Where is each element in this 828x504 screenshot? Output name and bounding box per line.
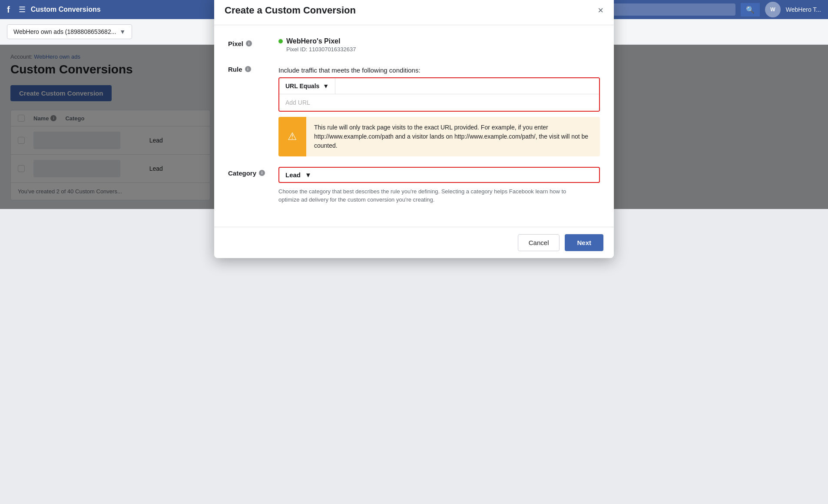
url-rule-top: URL Equals ▼ (279, 78, 599, 94)
hamburger-icon[interactable]: ☰ (19, 5, 26, 14)
modal-footer: Cancel Next (214, 227, 614, 258)
pixel-label: Pixel i (228, 37, 272, 47)
pixel-name-row: WebHero's Pixel (278, 37, 600, 45)
account-dropdown-text: WebHero own ads (1898808653682... (13, 28, 116, 35)
modal-header: Create a Custom Conversion × (214, 0, 614, 25)
pixel-name: WebHero's Pixel (286, 37, 340, 45)
category-row: Category i Lead ▼ Choose the category th… (228, 167, 600, 204)
modal-title: Create a Custom Conversion (225, 5, 356, 16)
category-selected-value: Lead (285, 171, 301, 179)
rule-row: Rule i Include traffic that meets the fo… (228, 63, 600, 156)
warning-text: This rule will only track page visits to… (306, 117, 600, 156)
warning-icon-col: ⚠ (278, 117, 306, 156)
modal-overlay: Create a Custom Conversion × Pixel i Web… (0, 45, 828, 209)
pixel-info: WebHero's Pixel Pixel ID: 11030701633263… (278, 37, 600, 53)
rule-label: Rule i (228, 63, 272, 73)
warning-icon: ⚠ (288, 130, 297, 143)
next-button[interactable]: Next (565, 234, 603, 251)
avatar: W (765, 2, 781, 17)
cancel-button[interactable]: Cancel (518, 234, 560, 251)
chevron-down-icon: ▼ (323, 83, 329, 90)
url-input[interactable] (335, 78, 599, 94)
warning-box: ⚠ This rule will only track page visits … (278, 117, 600, 156)
pixel-row: Pixel i WebHero's Pixel Pixel ID: 110307… (228, 37, 600, 53)
modal-dialog: Create a Custom Conversion × Pixel i Web… (214, 0, 614, 258)
user-account-name: WebHero T... (786, 6, 821, 13)
close-button[interactable]: × (598, 6, 603, 15)
chevron-down-icon: ▼ (119, 28, 126, 35)
account-dropdown[interactable]: WebHero own ads (1898808653682... ▼ (7, 24, 132, 39)
pixel-id: Pixel ID: 110307016332637 (278, 46, 600, 53)
chevron-down-icon: ▼ (305, 171, 311, 179)
rule-content: Include traffic that meets the following… (278, 63, 600, 156)
page-content: Account: WebHero own ads Custom Conversi… (0, 45, 828, 209)
url-equals-label: URL Equals (285, 83, 319, 90)
pixel-status-dot (278, 39, 283, 43)
category-info-icon: i (259, 170, 265, 176)
rule-description: Include traffic that meets the following… (278, 63, 600, 74)
category-help-text: Choose the category that best describes … (278, 187, 583, 204)
add-url-placeholder: Add URL (285, 99, 310, 106)
category-content: Lead ▼ Choose the category that best des… (278, 167, 600, 204)
pixel-info-icon: i (246, 40, 252, 46)
url-equals-dropdown[interactable]: URL Equals ▼ (279, 78, 335, 94)
url-rule-container: URL Equals ▼ Add URL (278, 77, 600, 112)
category-dropdown[interactable]: Lead ▼ (278, 167, 600, 183)
add-url-row: Add URL (279, 94, 599, 111)
search-button[interactable]: 🔍 (741, 3, 760, 17)
category-label: Category i (228, 167, 272, 177)
modal-body: Pixel i WebHero's Pixel Pixel ID: 110307… (214, 25, 614, 227)
rule-info-icon: i (245, 66, 251, 72)
facebook-logo: f (7, 5, 10, 15)
